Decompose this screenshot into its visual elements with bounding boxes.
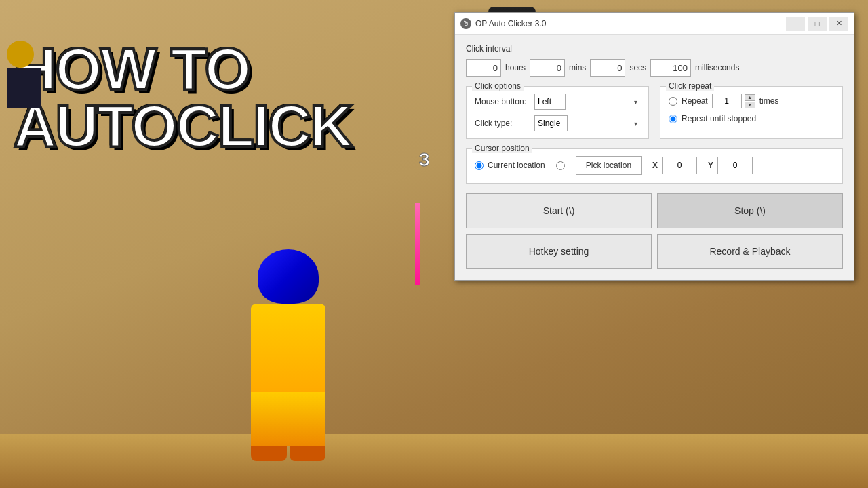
- title-bar: 🖱 OP Auto Clicker 3.0 ─ □ ✕: [455, 13, 854, 35]
- y-label: Y: [708, 161, 713, 170]
- options-row: Click options Mouse button: Left Right M…: [466, 86, 843, 139]
- mouse-button-label: Mouse button:: [475, 97, 529, 106]
- char-leg-left: [251, 392, 287, 446]
- char-torso: [251, 304, 326, 392]
- repeat-until-stopped-radio[interactable]: [669, 115, 677, 123]
- click-repeat-panel: Click repeat Repeat ▲ ▼ times Re: [660, 86, 843, 139]
- action-buttons: Start (\) Stop (\) Hotkey setting Record…: [466, 193, 843, 269]
- x-input[interactable]: [662, 157, 697, 174]
- repeat-until-stopped-label: Repeat until stopped: [682, 114, 756, 123]
- x-label: X: [652, 161, 658, 170]
- repeat-input-wrapper: ▲ ▼: [712, 94, 755, 108]
- mins-label: mins: [569, 63, 586, 73]
- current-location-radio[interactable]: [475, 161, 484, 170]
- start-button[interactable]: Start (\): [466, 193, 652, 228]
- repeat-count-input[interactable]: [712, 94, 742, 108]
- right-accent-line: [415, 203, 420, 285]
- click-type-dropdown-wrapper: Single Double: [534, 115, 640, 131]
- click-interval-label: Click interval: [466, 44, 843, 54]
- pick-location-radio[interactable]: [556, 161, 565, 170]
- headline-line2: AUTOCLICK: [14, 92, 352, 159]
- y-coord-wrapper: Y: [708, 157, 753, 174]
- click-options-title: Click options: [472, 81, 524, 91]
- secs-input[interactable]: [590, 59, 625, 77]
- times-label: times: [760, 96, 779, 106]
- char-leg-right: [290, 392, 326, 446]
- char-foot-left: [251, 446, 287, 461]
- maximize-button[interactable]: □: [808, 17, 827, 30]
- x-coord-wrapper: X: [652, 157, 697, 174]
- pick-location-radio-row: [556, 161, 565, 170]
- pick-location-button[interactable]: Pick location: [576, 156, 642, 175]
- app-window: 🖱 OP Auto Clicker 3.0 ─ □ ✕ Click interv…: [454, 12, 854, 281]
- stop-button[interactable]: Stop (\): [657, 193, 843, 228]
- ms-input[interactable]: [650, 59, 691, 77]
- click-type-row: Click type: Single Double: [475, 115, 640, 131]
- cursor-pos-row: Current location Pick location X Y: [475, 156, 834, 175]
- spinner-down-button[interactable]: ▼: [745, 102, 755, 108]
- hours-input[interactable]: [466, 59, 501, 77]
- minimize-button[interactable]: ─: [786, 17, 805, 30]
- mouse-button-dropdown-wrapper: Left Right Middle: [534, 94, 640, 110]
- title-bar-left: 🖱 OP Auto Clicker 3.0: [460, 18, 547, 29]
- cursor-position-title: Cursor position: [472, 144, 532, 153]
- title-controls: ─ □ ✕: [786, 17, 848, 30]
- mins-input[interactable]: [530, 59, 565, 77]
- yellow-character: [251, 249, 326, 461]
- char-foot-right: [290, 446, 326, 461]
- window-title: OP Auto Clicker 3.0: [475, 19, 547, 28]
- repeat-radio-row: Repeat ▲ ▼ times: [669, 94, 834, 108]
- spinner-up-button[interactable]: ▲: [745, 94, 755, 101]
- secs-label: secs: [629, 63, 646, 73]
- char-feet: [251, 446, 326, 461]
- hours-label: hours: [505, 63, 526, 73]
- current-location-label: Current location: [488, 161, 545, 170]
- badge-number: 3: [419, 149, 430, 171]
- repeat-until-stopped-row: Repeat until stopped: [669, 114, 834, 123]
- small-char-head: [7, 41, 34, 68]
- repeat-times-radio[interactable]: [669, 97, 677, 106]
- current-location-radio-row: Current location: [475, 161, 545, 170]
- mouse-button-select[interactable]: Left Right Middle: [534, 94, 566, 110]
- char-head: [258, 249, 319, 304]
- headline-text: HOW TO AUTOCLICK: [14, 41, 387, 154]
- cursor-position-panel: Cursor position Current location Pick lo…: [466, 148, 843, 184]
- mouse-button-row: Mouse button: Left Right Middle: [475, 94, 640, 110]
- click-type-label: Click type:: [475, 119, 529, 128]
- ground: [0, 434, 868, 488]
- click-repeat-title: Click repeat: [666, 81, 714, 91]
- y-input[interactable]: [717, 157, 753, 174]
- click-options-panel: Click options Mouse button: Left Right M…: [466, 86, 649, 139]
- close-button[interactable]: ✕: [829, 17, 848, 30]
- repeat-times-label: Repeat: [682, 96, 708, 106]
- app-content: Click interval hours mins secs milliseco…: [455, 35, 854, 280]
- app-icon: 🖱: [460, 18, 471, 29]
- spinner-buttons: ▲ ▼: [745, 94, 755, 108]
- small-character: [7, 41, 41, 108]
- click-interval-row: hours mins secs milliseconds: [466, 59, 843, 77]
- char-legs: [251, 392, 326, 446]
- hotkey-button[interactable]: Hotkey setting: [466, 234, 652, 269]
- ms-label: milliseconds: [695, 63, 739, 73]
- click-type-select[interactable]: Single Double: [534, 115, 568, 131]
- small-char-body: [7, 68, 41, 108]
- record-playback-button[interactable]: Record & Playback: [657, 234, 843, 269]
